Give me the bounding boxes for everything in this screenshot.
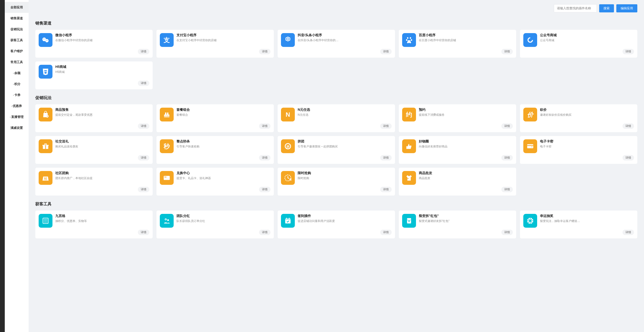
- redpack-icon: ¥: [402, 214, 416, 228]
- sidebar-item-7[interactable]: ›积分: [5, 79, 28, 90]
- sidebar: 全部应用销售渠道促销玩法获客工具客户维护常用工具›余额›积分›卡券›优惠券›直播…: [5, 0, 28, 332]
- card-desc: N元任选: [298, 113, 392, 117]
- detail-button[interactable]: 详情: [622, 155, 634, 161]
- detail-button[interactable]: 详情: [501, 187, 513, 192]
- sidebar-item-5[interactable]: 常用工具: [5, 57, 28, 68]
- search-button[interactable]: 搜索: [599, 4, 614, 12]
- detail-button[interactable]: 详情: [622, 230, 634, 235]
- card-grid: 九宫格抽积分、优惠券、实物等详情队团队分红队长获得队员订单分红详情签到插件促进店…: [35, 210, 637, 238]
- detail-button[interactable]: 详情: [622, 123, 634, 129]
- thumb-icon: [402, 139, 416, 153]
- combo-icon: combo: [160, 108, 174, 122]
- detail-button[interactable]: 详情: [380, 123, 392, 129]
- svg-point-3: [44, 39, 45, 39]
- app-card[interactable]: 九宫格抽积分、优惠券、实物等详情: [35, 210, 153, 238]
- sidebar-item-4[interactable]: 客户维护: [5, 46, 28, 57]
- sidebar-item-8[interactable]: ›卡券: [5, 90, 28, 101]
- detail-button[interactable]: 详情: [138, 187, 149, 192]
- app-card[interactable]: 公众号商城公众号商城详情: [520, 30, 637, 58]
- app-card[interactable]: 价砍价邀请好友砍价后低价购买详情: [520, 104, 637, 132]
- detail-button[interactable]: 详情: [501, 49, 513, 54]
- detail-button[interactable]: 详情: [501, 123, 513, 129]
- detail-button[interactable]: 详情: [380, 155, 392, 161]
- sidebar-item-1[interactable]: 销售渠道: [5, 13, 28, 24]
- sidebar-item-label: 余额: [14, 71, 20, 75]
- search-input[interactable]: [554, 4, 597, 12]
- detail-button[interactable]: 详情: [138, 230, 149, 235]
- card-desc: 购买礼品送给朋友: [55, 145, 149, 149]
- card-desc: 在微信小程序中经营你的店铺: [55, 38, 149, 42]
- team-icon: 队: [160, 214, 174, 228]
- sidebar-item-9[interactable]: ›优惠券: [5, 101, 28, 112]
- detail-button[interactable]: 详情: [259, 49, 270, 54]
- detail-button[interactable]: 详情: [138, 80, 149, 86]
- card-desc: 在支付宝小程序中经营你的店铺: [176, 38, 270, 42]
- app-card[interactable]: 支支付宝小程序在支付宝小程序中经营你的店铺详情: [156, 30, 274, 58]
- detail-button[interactable]: 详情: [138, 123, 149, 129]
- app-card[interactable]: 好物圈向微信好友推荐好商品详情: [399, 136, 516, 164]
- she-icon: 社: [39, 171, 52, 185]
- app-card[interactable]: 商品批发商品批发详情: [399, 168, 516, 195]
- app-card[interactable]: GIFT兑换中心提货卡、礼品卡、送礼神器详情: [156, 168, 274, 195]
- svg-point-9: [406, 39, 408, 41]
- app-card[interactable]: 秒整点秒杀引导客户快速抢购详情: [156, 136, 274, 164]
- detail-button[interactable]: 详情: [259, 155, 270, 161]
- app-card[interactable]: 拼拼团引导客户邀请朋友一起拼团购买详情: [278, 136, 395, 164]
- app-card[interactable]: 微信小程序在微信小程序中经营你的店铺详情: [35, 30, 153, 58]
- card-title: 预约: [419, 108, 513, 112]
- card-title: 限时抢购: [298, 171, 392, 175]
- calendar-icon: [281, 214, 295, 228]
- detail-button[interactable]: 详情: [259, 230, 270, 235]
- sidebar-item-6[interactable]: ›余额: [5, 68, 28, 79]
- card-title: 兑换中心: [176, 171, 270, 175]
- app-card[interactable]: 社社区团购团长群内推广，本地社区自提详情: [35, 168, 153, 195]
- app-card[interactable]: 社交送礼购买礼品送给朋友详情: [35, 136, 153, 164]
- sidebar-item-10[interactable]: ›直播管理: [5, 112, 28, 122]
- detail-button[interactable]: 详情: [622, 49, 634, 54]
- app-card[interactable]: 幸运抽奖裂变玩法，抽取幸运客户赠送…详情: [520, 210, 637, 238]
- detail-button[interactable]: 详情: [138, 49, 149, 54]
- card-desc: 引导客户快速抢购: [176, 145, 270, 149]
- app-card[interactable]: 签到插件促进店铺访问量和用户活跃度详情: [278, 210, 395, 238]
- app-card[interactable]: 商品预售提前交付定金，尾款享受优惠详情: [35, 104, 153, 132]
- app-card[interactable]: combo套餐组合套餐组合详情: [156, 104, 274, 132]
- app-card[interactable]: 队团队分红队长获得队员订单分红详情: [156, 210, 274, 238]
- card-title: 电子卡密: [540, 139, 634, 144]
- svg-text:combo: combo: [164, 115, 170, 117]
- section-title: 销售渠道: [35, 20, 637, 26]
- edit-app-button[interactable]: 编辑应用: [616, 4, 637, 12]
- detail-button[interactable]: 详情: [380, 187, 392, 192]
- svg-rect-25: [532, 147, 532, 147]
- card-desc: 提货卡、礼品卡、送礼神器: [176, 176, 270, 180]
- app-card[interactable]: 约预约提前线下消费或服务详情: [399, 104, 516, 132]
- app-card[interactable]: H5商城H5商城详情: [35, 61, 153, 89]
- detail-button[interactable]: 详情: [259, 187, 270, 192]
- detail-button[interactable]: 详情: [138, 155, 149, 161]
- chevron-right-icon: ›: [12, 105, 12, 107]
- card-title: 砍价: [540, 108, 634, 112]
- card-title: 拼团: [298, 139, 392, 144]
- svg-point-41: [45, 222, 46, 222]
- app-card[interactable]: 百度小程序在百度小程序中经营你的店铺详情: [399, 30, 516, 58]
- app-card[interactable]: 抖音/头条小程序在抖音/头条小程序中经营你的…详情: [278, 30, 395, 58]
- card-grid: 微信小程序在微信小程序中经营你的店铺详情支支付宝小程序在支付宝小程序中经营你的店…: [35, 30, 637, 89]
- svg-point-7: [407, 37, 408, 39]
- card-desc: 裂变玩法，抽取幸运客户赠送…: [540, 219, 634, 223]
- svg-text:拼: 拼: [286, 145, 290, 148]
- detail-button[interactable]: 详情: [380, 230, 392, 235]
- app-card[interactable]: ¥裂变拆"红包"裂变式邀请好友拆"红包"详情: [399, 210, 516, 238]
- sidebar-item-11[interactable]: 满减设置: [5, 122, 28, 133]
- detail-button[interactable]: 详情: [501, 155, 513, 161]
- sidebar-item-2[interactable]: 促销玩法: [5, 24, 28, 35]
- sidebar-item-3[interactable]: 获客工具: [5, 35, 28, 46]
- detail-button[interactable]: 详情: [380, 49, 392, 54]
- detail-button[interactable]: 详情: [259, 123, 270, 129]
- app-card[interactable]: 抢限时抢购限时抢购详情: [278, 168, 395, 195]
- app-card[interactable]: 电子卡密电子卡密详情: [520, 136, 637, 164]
- sidebar-item-label: 全部应用: [10, 5, 23, 9]
- sidebar-item-0[interactable]: 全部应用: [5, 2, 28, 13]
- app-card[interactable]: NN元任选N元任选详情: [278, 104, 395, 132]
- card-desc: 在百度小程序中经营你的店铺: [419, 38, 513, 42]
- pin-icon: 拼: [281, 139, 295, 153]
- detail-button[interactable]: 详情: [501, 230, 513, 235]
